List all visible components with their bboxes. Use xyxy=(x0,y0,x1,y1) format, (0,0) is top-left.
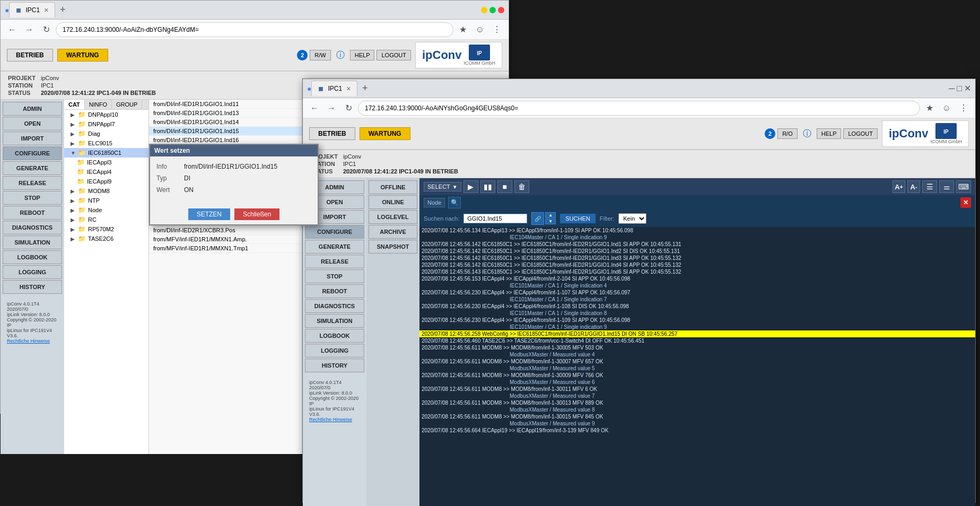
sidebar-stop-2[interactable]: STOP xyxy=(305,269,364,283)
betrieb-button-2[interactable]: BETRIEB xyxy=(309,127,355,140)
forward-button-1[interactable]: → xyxy=(22,22,37,37)
sidebar-logging-2[interactable]: LOGGING xyxy=(305,344,364,357)
sidebar-generate-1[interactable]: GENERATE xyxy=(3,161,62,175)
logout-button-2[interactable]: LOGOUT xyxy=(843,128,877,139)
tree-dnpappl10-1[interactable]: ▶ 📁 DNPAppl10 xyxy=(64,110,148,119)
tab-cat-1[interactable]: CAT xyxy=(64,100,85,109)
delete-button[interactable]: 🗑 xyxy=(514,180,529,193)
account-icon-2[interactable]: ☺ xyxy=(939,101,954,116)
sidebar-history-1[interactable]: HISTORY xyxy=(3,280,62,294)
sidebar-configure-2[interactable]: CONFIGURE xyxy=(305,225,364,239)
tree-iecappl4-1[interactable]: 📁 IECAppl4 xyxy=(64,167,148,177)
new-tab-button-2[interactable]: + xyxy=(357,81,372,96)
bookmark-icon-2[interactable]: ★ xyxy=(922,101,937,116)
sidebar-reboot-1[interactable]: REBOOT xyxy=(3,206,62,220)
tab-close-1[interactable]: × xyxy=(44,6,48,14)
pause-button[interactable]: ▮▮ xyxy=(480,180,495,193)
rechtliche-hinweise-2[interactable]: Rechtliche Hinweise xyxy=(309,417,352,422)
log-snapshot-btn[interactable]: SNAPSHOT xyxy=(369,240,417,254)
address-bar-1[interactable] xyxy=(56,22,453,37)
sidebar-history-2[interactable]: HISTORY xyxy=(305,359,364,372)
sort-down-btn[interactable]: ▼ xyxy=(545,219,556,224)
tree-rp570m2-1[interactable]: ▶ 📁 RP570M2 xyxy=(64,224,148,234)
tree-iecappl9-1[interactable]: 📁 IECAppl9 xyxy=(64,177,148,186)
log-close-button[interactable]: ✕ xyxy=(960,197,971,208)
tree-dnpappl7-1[interactable]: ▶ 📁 DNPAppl7 xyxy=(64,119,148,129)
wartung-button-2[interactable]: WARTUNG xyxy=(360,127,410,140)
search-link-icon[interactable]: 🔗 xyxy=(531,212,544,225)
log-online-btn[interactable]: ONLINE xyxy=(369,195,417,209)
w2-maximize[interactable]: □ xyxy=(957,84,962,93)
tree-elc9015-1[interactable]: ▶ 📁 ELC9015 xyxy=(64,138,148,148)
sidebar-logbook-1[interactable]: LOGBOOK xyxy=(3,250,62,264)
setzen-button[interactable]: SETZEN xyxy=(188,208,230,220)
menu-icon-2[interactable]: ⋮ xyxy=(956,101,971,116)
help-button-2[interactable]: HELP xyxy=(817,128,842,139)
logout-button-1[interactable]: LOGOUT xyxy=(377,50,410,60)
tree-modm8-1[interactable]: ▶ 📁 MODM8 xyxy=(64,186,148,196)
sidebar-release-2[interactable]: RELEASE xyxy=(305,255,364,268)
tree-diag-1[interactable]: ▶ 📁 Diag xyxy=(64,129,148,138)
font-increase-btn[interactable]: A+ xyxy=(892,180,905,193)
tree-iec61850c1-1[interactable]: ▼ 📁 IEC61850C1 xyxy=(64,148,148,158)
w2-minimize[interactable]: ─ xyxy=(949,84,955,93)
sidebar-reboot-2[interactable]: REBOOT xyxy=(305,284,364,298)
tab-ninfo-1[interactable]: NINFO xyxy=(85,100,112,109)
search-input[interactable] xyxy=(463,214,527,223)
w2-close[interactable]: ✕ xyxy=(964,83,971,93)
tree-iecappl3-1[interactable]: 📁 IECAppl3 xyxy=(64,158,148,167)
log-offline-btn[interactable]: OFFLINE xyxy=(369,180,417,194)
view-list-btn[interactable]: ⚌ xyxy=(939,180,954,193)
browser-tab-1[interactable]: ◼ IPC1 × xyxy=(9,2,55,18)
betrieb-button-1[interactable]: BETRIEB xyxy=(7,49,53,62)
sidebar-import-1[interactable]: IMPORT xyxy=(3,132,62,145)
node-search-icon[interactable]: 🔍 xyxy=(448,197,461,208)
bookmark-icon-1[interactable]: ★ xyxy=(456,22,470,37)
reload-button-1[interactable]: ↻ xyxy=(39,22,54,37)
log-loglevel-btn[interactable]: LOGLEVEL xyxy=(369,210,417,224)
new-tab-button-1[interactable]: + xyxy=(55,3,70,18)
info-icon-1[interactable]: ⓘ xyxy=(333,48,348,63)
sidebar-diagnostics-2[interactable]: DIAGNOSTICS xyxy=(305,299,364,313)
sidebar-logbook-2[interactable]: LOGBOOK xyxy=(305,329,364,343)
rechtliche-hinweise-1[interactable]: Rechtliche Hinweise xyxy=(7,338,50,344)
sidebar-logging-1[interactable]: LOGGING xyxy=(3,265,62,279)
sort-up-btn[interactable]: ▲ xyxy=(545,212,556,218)
reload-button-2[interactable]: ↻ xyxy=(341,101,356,116)
maximize-button-1[interactable] xyxy=(489,7,496,13)
font-decrease-btn[interactable]: A- xyxy=(907,180,920,193)
browser-tab-2[interactable]: ◼ IPC1 × xyxy=(311,81,357,96)
forward-button-2[interactable]: → xyxy=(324,101,339,116)
rw-button-1[interactable]: R/W xyxy=(310,50,330,60)
play-button[interactable]: ▶ xyxy=(463,180,478,193)
sidebar-admin-1[interactable]: ADMIN xyxy=(3,102,62,116)
select-dropdown[interactable]: SELECT ▼ xyxy=(424,182,461,191)
view-lines-btn[interactable]: ☰ xyxy=(922,180,937,193)
tree-ntp-1[interactable]: ▶ 📁 NTP xyxy=(64,196,148,205)
back-button-2[interactable]: ← xyxy=(307,101,322,116)
help-button-1[interactable]: HELP xyxy=(350,50,375,60)
account-icon-1[interactable]: ☺ xyxy=(472,22,487,37)
tree-tase2c6-1[interactable]: ▶ 📁 TASE2C6 xyxy=(64,234,148,243)
back-button-1[interactable]: ← xyxy=(5,22,20,37)
tree-node-1[interactable]: ▶ 📁 Node xyxy=(64,205,148,215)
sidebar-configure-1[interactable]: CONFIGURE xyxy=(3,146,62,160)
stop-button[interactable]: ■ xyxy=(497,180,512,193)
view-grid-btn[interactable]: ⌨ xyxy=(956,180,971,193)
minimize-button-1[interactable] xyxy=(481,7,487,13)
sidebar-open-1[interactable]: OPEN xyxy=(3,117,62,130)
info-icon-2[interactable]: ⓘ xyxy=(800,126,815,141)
tree-rc-1[interactable]: ▶ 📁 RC xyxy=(64,215,148,224)
close-button-1[interactable] xyxy=(498,7,504,13)
wartung-button-1[interactable]: WARTUNG xyxy=(57,49,108,62)
tab-group-1[interactable]: GROUP xyxy=(112,100,142,109)
suchen-button[interactable]: SUCHEN xyxy=(560,214,595,223)
sidebar-generate-2[interactable]: GENERATE xyxy=(305,240,364,254)
address-bar-2[interactable] xyxy=(358,101,920,116)
sidebar-simulation-2[interactable]: SIMULATION xyxy=(305,314,364,328)
sidebar-release-1[interactable]: RELEASE xyxy=(3,176,62,190)
tab-close-2[interactable]: × xyxy=(346,84,351,93)
schliessen-button[interactable]: Schließen xyxy=(234,208,279,220)
filter-select[interactable]: Kein xyxy=(618,213,646,224)
menu-icon-1[interactable]: ⋮ xyxy=(489,22,504,37)
